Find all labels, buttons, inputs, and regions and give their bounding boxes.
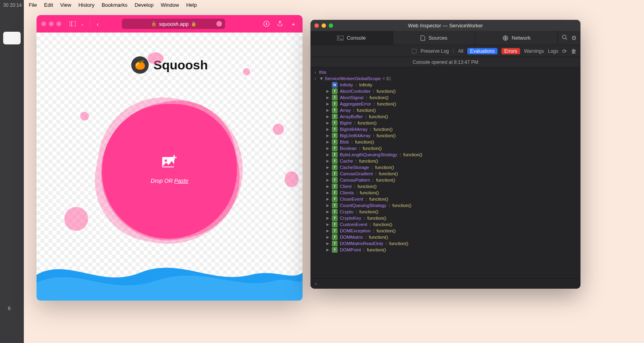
disclosure-triangle-icon[interactable]: ▶ <box>326 127 330 131</box>
property-row[interactable]: ▶fCustomEvent: function() <box>310 221 580 228</box>
disclosure-triangle-icon[interactable]: ▶ <box>326 159 330 163</box>
disclosure-triangle-icon[interactable]: ▶ <box>326 203 330 207</box>
property-row[interactable]: ▶fByteLengthQueuingStrategy: function() <box>310 151 580 158</box>
property-row[interactable]: ▶fCryptoKey: function() <box>310 215 580 221</box>
property-row[interactable]: ▶fBigInt: function() <box>310 120 580 126</box>
tab-network[interactable]: Network <box>475 31 558 45</box>
disclosure-triangle-icon[interactable]: ▶ <box>326 241 330 245</box>
close-button[interactable] <box>314 23 319 28</box>
filter-evaluations[interactable]: Evaluations <box>467 48 497 54</box>
disclosure-triangle-icon[interactable]: ▶ <box>326 115 330 119</box>
property-row[interactable]: ▶fCache: function() <box>310 158 580 164</box>
property-row[interactable]: ▶fDOMException: function() <box>310 228 580 234</box>
zoom-button[interactable] <box>56 21 61 26</box>
minimize-button[interactable] <box>49 21 54 26</box>
share-icon[interactable] <box>276 19 284 28</box>
property-row[interactable]: ▶fDOMMatrixReadOnly: function() <box>310 240 580 247</box>
disclosure-triangle-icon[interactable]: ▶ <box>326 184 330 188</box>
filter-all[interactable]: All <box>458 48 463 54</box>
menu-history[interactable]: History <box>78 2 94 8</box>
property-row[interactable]: ▶fAbortSignal: function() <box>310 94 580 101</box>
menu-view[interactable]: View <box>60 2 71 8</box>
reader-icon[interactable]: 🔒 <box>151 21 157 27</box>
disclosure-triangle-icon[interactable]: ▶ <box>326 89 330 93</box>
refresh-icon[interactable]: ⟳ <box>562 48 567 54</box>
disclosure-triangle-icon[interactable]: ▶ <box>326 222 330 226</box>
property-row[interactable]: ▶fBigUint64Array: function() <box>310 132 580 139</box>
property-row[interactable]: ▶fCanvasPattern: function() <box>310 177 580 183</box>
property-row[interactable]: ▶fCacheStorage: function() <box>310 164 580 171</box>
minimize-button[interactable] <box>322 23 326 28</box>
tab-console[interactable]: Console <box>310 31 393 45</box>
filter-warnings[interactable]: Warnings <box>524 48 544 54</box>
privacy-report-icon[interactable] <box>216 21 222 27</box>
console-input[interactable]: › <box>310 278 580 289</box>
disclosure-triangle-icon[interactable]: ▶ <box>326 172 330 176</box>
disclosure-triangle-icon[interactable]: ▶ <box>326 134 330 138</box>
disclosure-triangle-icon[interactable]: ▶ <box>326 216 330 220</box>
property-row[interactable]: ▶fCrypto: function() <box>310 209 580 215</box>
zoom-button[interactable] <box>329 23 333 28</box>
sidebar-chevron-icon[interactable]: ⌄ <box>78 19 87 28</box>
url-bar[interactable]: 🔒 squoosh.app 🔒 <box>122 19 225 29</box>
property-row[interactable]: ▶fCloseEvent: function() <box>310 196 580 202</box>
settings-icon[interactable]: ⚙ <box>571 34 577 42</box>
inspector-titlebar[interactable]: Web Inspector — ServiceWorker <box>310 20 580 31</box>
sliver-tab[interactable] <box>3 32 21 44</box>
property-row[interactable]: ▶fClients: function() <box>310 190 580 196</box>
disclosure-triangle-icon[interactable]: ▶ <box>326 146 330 150</box>
menu-develop[interactable]: Develop <box>135 2 154 8</box>
preserve-log-label[interactable]: Preserve Log <box>420 48 449 54</box>
disclosure-triangle-icon[interactable]: ▶ <box>326 178 330 182</box>
paste-link[interactable]: Paste <box>174 178 189 184</box>
disclosure-triangle-icon[interactable]: ▶ <box>326 121 330 125</box>
disclosure-triangle-icon[interactable]: ▶ <box>326 102 330 106</box>
drop-zone[interactable]: Drop OR Paste <box>102 104 237 239</box>
menu-edit[interactable]: Edit <box>44 2 53 8</box>
filter-logs[interactable]: Logs <box>548 48 558 54</box>
decorative-blob <box>285 171 299 187</box>
disclosure-triangle-icon[interactable]: ▶ <box>326 153 330 157</box>
property-row[interactable]: ▶fBoolean: function() <box>310 145 580 151</box>
disclosure-triangle-icon[interactable]: ▼ <box>319 76 323 81</box>
disclosure-triangle-icon[interactable]: ▶ <box>326 197 330 201</box>
property-row[interactable]: ▶fDOMPoint: function() <box>310 247 580 253</box>
disclosure-triangle-icon[interactable]: ▶ <box>326 165 330 169</box>
close-button[interactable] <box>41 21 46 26</box>
sidebar-icon[interactable] <box>68 19 77 28</box>
property-row[interactable]: ▶fAbortController: function() <box>310 88 580 94</box>
menu-file[interactable]: File <box>29 2 37 8</box>
console-result[interactable]: ‹ ▼ ServiceWorkerGlobalScope = $1 <box>310 75 580 82</box>
console-output[interactable]: › this ‹ ▼ ServiceWorkerGlobalScope = $1… <box>310 67 580 278</box>
property-row[interactable]: ▶fCanvasGradient: function() <box>310 171 580 177</box>
tab-sources[interactable]: Sources <box>393 31 476 45</box>
property-value: function() <box>379 171 398 176</box>
disclosure-triangle-icon[interactable]: ▶ <box>326 248 330 252</box>
disclosure-triangle-icon[interactable]: ▶ <box>326 108 330 112</box>
property-row[interactable]: ▶fArray: function() <box>310 107 580 113</box>
property-row[interactable]: ▶fArrayBuffer: function() <box>310 113 580 120</box>
clear-icon[interactable]: 🗑 <box>571 48 577 54</box>
property-row[interactable]: ▶fAggregateError: function() <box>310 101 580 107</box>
property-row[interactable]: ▶fBlob: function() <box>310 139 580 145</box>
disclosure-triangle-icon[interactable]: ▶ <box>326 96 330 100</box>
menu-help[interactable]: Help <box>186 2 197 8</box>
preserve-log-checkbox[interactable] <box>412 49 416 54</box>
disclosure-triangle-icon[interactable]: ▶ <box>326 140 330 144</box>
filter-errors[interactable]: Errors <box>501 48 520 54</box>
menu-window[interactable]: Window <box>161 2 179 8</box>
new-tab-icon[interactable]: + <box>289 19 298 28</box>
search-icon[interactable] <box>562 34 567 41</box>
property-row[interactable]: N Infinity: Infinity <box>310 82 580 88</box>
property-row[interactable]: ▶fCountQueuingStrategy: function() <box>310 202 580 209</box>
menu-bookmarks[interactable]: Bookmarks <box>102 2 127 8</box>
disclosure-triangle-icon[interactable]: ▶ <box>326 229 330 233</box>
disclosure-triangle-icon[interactable]: ▶ <box>326 235 330 239</box>
property-row[interactable]: ▶fClient: function() <box>310 183 580 190</box>
property-row[interactable]: ▶fBigInt64Array: function() <box>310 126 580 132</box>
disclosure-triangle-icon[interactable]: ▶ <box>326 191 330 195</box>
property-row[interactable]: ▶fDOMMatrix: function() <box>310 234 580 240</box>
disclosure-triangle-icon[interactable]: ▶ <box>326 210 330 214</box>
downloads-icon[interactable] <box>262 19 271 28</box>
back-button[interactable]: ‹ <box>93 19 102 28</box>
